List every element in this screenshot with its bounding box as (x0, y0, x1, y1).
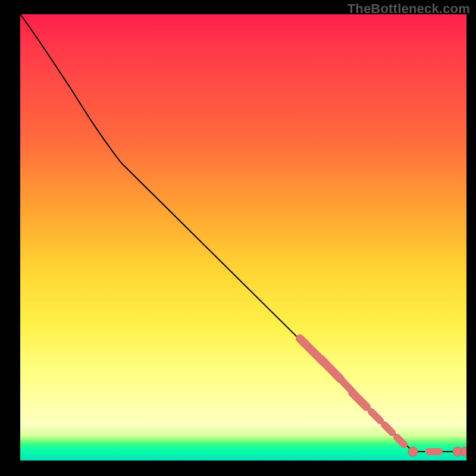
marker-cluster-diagonal (300, 339, 404, 444)
svg-line-5 (384, 425, 392, 433)
svg-point-7 (408, 447, 418, 456)
chart-frame: TheBottleneck.com (0, 0, 476, 476)
chart-overlay (20, 14, 466, 461)
svg-line-6 (397, 437, 404, 444)
svg-line-4 (371, 412, 380, 421)
svg-point-10 (461, 447, 466, 456)
marker-cluster-tail (408, 447, 466, 456)
bottleneck-curve (20, 14, 466, 452)
svg-line-1 (321, 359, 340, 379)
svg-line-3 (352, 393, 367, 407)
plot-area (20, 14, 466, 461)
